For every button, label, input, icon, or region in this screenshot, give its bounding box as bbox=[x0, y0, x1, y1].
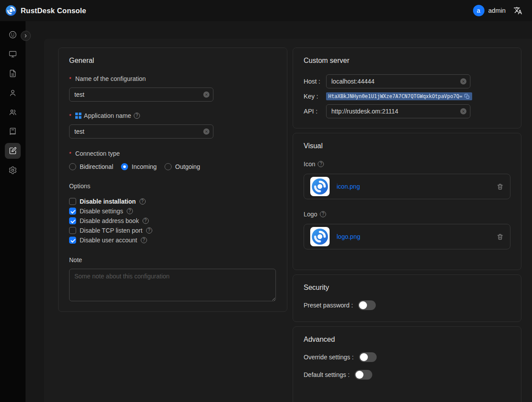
default-settings-toggle[interactable] bbox=[355, 370, 372, 380]
advanced-card: Advanced Override settings : Default set… bbox=[293, 326, 521, 402]
override-settings-row: Override settings : bbox=[304, 352, 510, 362]
host-field bbox=[326, 74, 470, 88]
clear-icon[interactable] bbox=[460, 108, 466, 114]
username: admin bbox=[488, 7, 506, 14]
custom-server-card: Custom server Host : Key : HtaXBkJNHyn bbox=[293, 48, 521, 128]
host-row: Host : bbox=[304, 74, 510, 88]
checkbox-box[interactable] bbox=[69, 217, 76, 224]
api-row: API : bbox=[304, 104, 510, 118]
connection-type-label: Connection type bbox=[69, 150, 276, 157]
application-name-input[interactable] bbox=[69, 124, 213, 139]
translate-icon[interactable] bbox=[514, 6, 522, 15]
options-label: Options bbox=[69, 183, 276, 190]
help-icon[interactable] bbox=[143, 218, 149, 224]
logo-file-link[interactable]: logo.png bbox=[337, 233, 360, 240]
file-icon bbox=[5, 66, 21, 81]
icon-file-link[interactable]: icon.png bbox=[337, 183, 360, 190]
icon-label: Icon bbox=[304, 161, 510, 168]
security-card: Security Preset password : bbox=[293, 274, 521, 322]
sidebar bbox=[0, 21, 26, 402]
checkbox-box[interactable] bbox=[69, 237, 76, 244]
security-title: Security bbox=[304, 284, 510, 292]
sidebar-collapse-button[interactable] bbox=[21, 31, 31, 41]
main-panel: General Name of the configuration Applic… bbox=[44, 39, 532, 402]
sidebar-item-settings[interactable] bbox=[3, 161, 22, 180]
sidebar-item-custom-client[interactable] bbox=[3, 141, 22, 161]
help-icon[interactable] bbox=[318, 161, 324, 167]
preset-password-toggle[interactable] bbox=[358, 300, 376, 310]
radio-circle[interactable] bbox=[165, 163, 172, 170]
note-label: Note bbox=[69, 256, 276, 263]
sidebar-item-documents[interactable] bbox=[3, 64, 22, 83]
preset-password-row: Preset password : bbox=[304, 300, 510, 310]
config-name-label: Name of the configuration bbox=[69, 75, 276, 82]
toggle-knob bbox=[356, 371, 363, 379]
connection-type-group: Bidirectional Incoming Outgoing bbox=[69, 163, 276, 170]
checkbox-disable-address-book[interactable]: Disable address book bbox=[69, 216, 276, 226]
copy-icon[interactable] bbox=[464, 94, 470, 99]
checkbox-disable-user-account[interactable]: Disable user account bbox=[69, 235, 276, 245]
sidebar-item-welcome[interactable] bbox=[3, 25, 22, 44]
checkbox-box[interactable] bbox=[69, 208, 76, 215]
sidebar-item-audit-log[interactable] bbox=[3, 122, 22, 141]
sidebar-item-groups[interactable] bbox=[3, 102, 22, 122]
avatar[interactable]: a bbox=[473, 5, 484, 16]
delete-icon[interactable] bbox=[496, 233, 504, 241]
smiley-icon bbox=[5, 27, 21, 43]
user-icon bbox=[5, 85, 21, 101]
key-row: Key : HtaXBkJNHyn0e1U1jWXze7A7CN7QTGWqxk… bbox=[304, 92, 510, 100]
checkbox-disable-settings[interactable]: Disable settings bbox=[69, 206, 276, 216]
api-input[interactable] bbox=[326, 104, 470, 118]
app-title: RustDesk Console bbox=[21, 7, 86, 15]
custom-server-title: Custom server bbox=[304, 57, 510, 65]
checkbox-box[interactable] bbox=[69, 198, 76, 205]
api-label: API : bbox=[304, 108, 326, 115]
application-name-label: Application name bbox=[69, 112, 276, 119]
help-icon[interactable] bbox=[127, 208, 133, 214]
monitor-icon bbox=[5, 46, 21, 62]
sidebar-item-users[interactable] bbox=[3, 83, 22, 102]
clear-icon[interactable] bbox=[203, 128, 209, 135]
host-input[interactable] bbox=[326, 74, 470, 88]
checkbox-disable-tcp-listen-port[interactable]: Disable TCP listen port bbox=[69, 226, 276, 235]
delete-icon[interactable] bbox=[496, 183, 504, 190]
logo-preview-image bbox=[310, 227, 330, 246]
topbar-right: a admin bbox=[473, 5, 523, 16]
radio-incoming[interactable]: Incoming bbox=[121, 163, 157, 170]
clear-icon[interactable] bbox=[460, 78, 466, 84]
radio-circle[interactable] bbox=[121, 163, 128, 170]
help-icon[interactable] bbox=[139, 198, 146, 205]
key-label: Key : bbox=[304, 93, 326, 100]
override-settings-toggle[interactable] bbox=[359, 352, 377, 362]
help-icon[interactable] bbox=[134, 113, 140, 119]
main-area: General Name of the configuration Applic… bbox=[26, 21, 532, 402]
override-settings-label: Override settings : bbox=[304, 354, 354, 361]
rustdesk-logo-icon bbox=[5, 5, 17, 16]
api-field bbox=[326, 104, 470, 118]
help-icon[interactable] bbox=[146, 227, 152, 234]
users-icon bbox=[5, 104, 21, 120]
config-name-input[interactable] bbox=[69, 88, 213, 102]
toggle-knob bbox=[360, 353, 368, 361]
default-settings-row: Default settings : bbox=[304, 370, 510, 380]
sidebar-item-devices[interactable] bbox=[3, 44, 22, 64]
radio-circle[interactable] bbox=[69, 163, 76, 170]
edit-icon bbox=[5, 143, 21, 159]
radio-outgoing[interactable]: Outgoing bbox=[165, 163, 200, 170]
application-name-field bbox=[69, 124, 213, 139]
book-icon bbox=[5, 124, 21, 139]
clear-icon[interactable] bbox=[203, 91, 209, 98]
help-icon[interactable] bbox=[141, 237, 147, 243]
general-title: General bbox=[69, 57, 276, 65]
user-menu[interactable]: a admin bbox=[473, 5, 506, 16]
help-icon[interactable] bbox=[320, 211, 326, 217]
checkbox-disable-installation[interactable]: Disable installation bbox=[69, 197, 276, 206]
checkbox-box[interactable] bbox=[69, 227, 76, 234]
note-textarea[interactable] bbox=[69, 269, 276, 301]
topbar: RustDesk Console a admin bbox=[0, 0, 532, 21]
visual-title: Visual bbox=[304, 142, 510, 150]
radio-bidirectional[interactable]: Bidirectional bbox=[69, 163, 113, 170]
options-list: Disable installation Disable settings Di bbox=[69, 197, 276, 245]
chevron-right-icon bbox=[23, 33, 29, 39]
general-card: General Name of the configuration Applic… bbox=[58, 48, 287, 312]
